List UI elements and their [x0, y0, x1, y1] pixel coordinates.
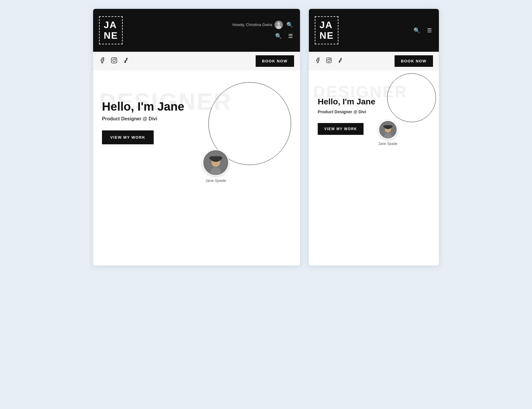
right-social-icons [315, 57, 343, 65]
left-deviantart-icon[interactable] [123, 57, 129, 65]
left-facebook-icon[interactable] [99, 57, 106, 65]
left-avatar-image [202, 149, 229, 176]
svg-point-4 [113, 59, 115, 62]
svg-point-1 [277, 22, 280, 25]
right-hello-heading: Hello, I'm Jane [318, 97, 430, 106]
left-book-now-button[interactable]: BOOK NOW [256, 55, 294, 67]
left-logo[interactable]: JA NE [99, 16, 123, 44]
left-hello-heading: Hello, I'm Jane [102, 100, 291, 113]
right-subtitle: Product Designer @ Divi [318, 109, 430, 114]
right-logo-text: JA NE [319, 20, 334, 41]
right-main-content: DESIGNER Hello, I'm Jane Product Designe… [309, 70, 439, 266]
right-logo[interactable]: JA NE [315, 16, 338, 44]
left-phone-frame: JA NE Howdy, Christina Gwira 🔍 🔍 ☰ [93, 9, 300, 266]
left-header-search-button2[interactable]: 🔍 [274, 32, 283, 41]
svg-point-10 [211, 156, 220, 162]
left-site-header: JA NE Howdy, Christina Gwira 🔍 🔍 ☰ [93, 9, 300, 52]
left-header-menu-button[interactable]: ☰ [287, 32, 294, 41]
left-content-inner: Hello, I'm Jane Product Designer @ Divi … [102, 100, 291, 144]
right-deviantart-icon[interactable] [337, 57, 343, 65]
svg-rect-12 [327, 58, 332, 63]
right-header-menu-button[interactable]: ☰ [426, 26, 433, 35]
right-phone-frame: JA NE 🔍 ☰ [309, 9, 439, 266]
svg-point-5 [115, 59, 116, 59]
left-howdy-bar: Howdy, Christina Gwira 🔍 [232, 20, 294, 29]
right-header-search-button[interactable]: 🔍 [412, 26, 421, 35]
right-facebook-icon[interactable] [315, 57, 321, 65]
right-book-now-button[interactable]: BOOK NOW [395, 55, 433, 67]
svg-point-13 [328, 59, 330, 62]
left-topbar: BOOK NOW [93, 52, 300, 70]
left-instagram-icon[interactable] [111, 57, 117, 65]
left-main-content: DESIGNER Hello, I'm Jane Product Designe… [93, 70, 300, 266]
right-content-inner: Hello, I'm Jane Product Designer @ Divi … [318, 97, 430, 135]
right-topbar: BOOK NOW [309, 52, 439, 70]
left-subtitle: Product Designer @ Divi [102, 116, 291, 122]
left-avatar-name: Jane Spade [205, 178, 226, 183]
right-avatar-name: Jane Spade [378, 142, 397, 146]
svg-rect-3 [111, 58, 117, 63]
left-header-right: Howdy, Christina Gwira 🔍 🔍 ☰ [232, 20, 294, 41]
right-site-header: JA NE 🔍 ☰ [309, 9, 439, 52]
left-header-search-button[interactable]: 🔍 [285, 20, 294, 29]
right-view-work-button[interactable]: VIEW MY WORK [318, 123, 364, 135]
left-avatar-container: Jane Spade [202, 149, 229, 183]
left-view-work-button[interactable]: VIEW MY WORK [102, 130, 154, 144]
user-avatar [275, 21, 283, 29]
howdy-text: Howdy, Christina Gwira [232, 22, 272, 27]
left-social-icons [99, 57, 129, 65]
svg-point-14 [330, 59, 331, 59]
right-header-right: 🔍 ☰ [412, 26, 433, 35]
right-instagram-icon[interactable] [326, 57, 332, 65]
left-logo-text: JA NE [104, 20, 118, 41]
